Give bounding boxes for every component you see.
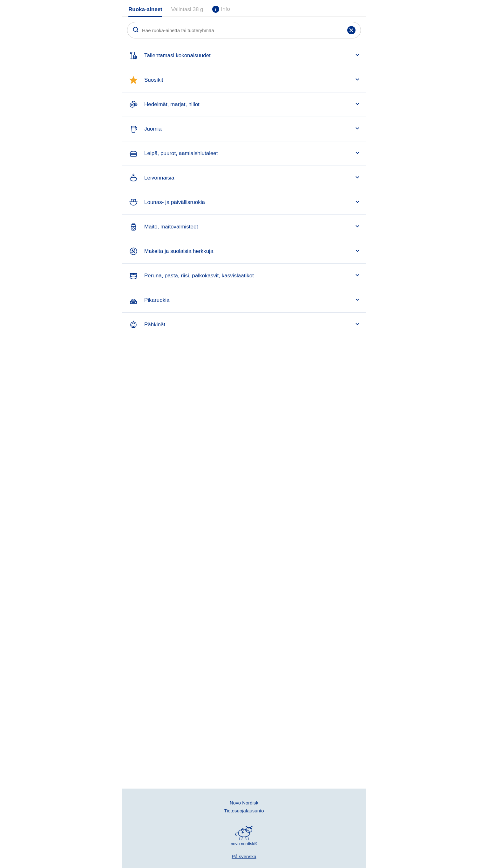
svg-point-35: [130, 276, 136, 279]
svg-line-48: [240, 836, 240, 839]
tab-bar: Ruoka-aineet Valintasi 38 g i Info: [122, 0, 366, 17]
category-item-pikaruokia[interactable]: Pikaruokia: [122, 288, 366, 313]
category-item-makeita[interactable]: Makeita ja suolaisia herkkuja: [122, 239, 366, 264]
search-box: [127, 22, 361, 38]
svg-point-34: [133, 251, 134, 252]
svg-point-15: [134, 103, 137, 106]
category-list: Tallentamasi kokonaisuudet Suosikit: [122, 43, 366, 788]
search-input[interactable]: [142, 28, 344, 33]
chevron-down-icon: [355, 101, 360, 108]
category-label-tallentamasi: Tallentamasi kokonaisuudet: [144, 53, 349, 59]
info-icon: i: [212, 6, 219, 13]
footer-privacy-link[interactable]: Tietosuojalausunto: [224, 808, 264, 813]
svg-line-50: [246, 837, 246, 839]
star-icon: [128, 74, 139, 86]
category-label-suosikit: Suosikit: [144, 77, 349, 83]
chevron-down-icon: [355, 297, 360, 304]
milk-icon: [128, 221, 139, 232]
footer-company-name: Novo Nordisk: [230, 800, 258, 805]
tab-info-label: Info: [221, 6, 230, 12]
category-label-lounas: Lounas- ja päivällisruokia: [144, 199, 349, 206]
category-item-leivonnaisia[interactable]: Leivonnaisia: [122, 166, 366, 190]
svg-point-33: [134, 252, 135, 253]
chevron-down-icon: [355, 223, 360, 231]
category-label-leivonnaisia: Leivonnaisia: [144, 175, 349, 181]
cookie-icon: [128, 246, 139, 257]
novo-nordisk-logo: novo nordisk®: [231, 821, 257, 846]
category-label-leipa: Leipä, puurot, aamiaishiutaleet: [144, 150, 349, 157]
search-container: [122, 17, 366, 43]
bread-icon: [128, 148, 139, 159]
tab-info[interactable]: i Info: [212, 6, 230, 17]
chevron-down-icon: [355, 248, 360, 255]
category-item-tallentamasi[interactable]: Tallentamasi kokonaisuudet: [122, 43, 366, 68]
category-item-peruna[interactable]: Peruna, pasta, riisi, palkokasvit, kasvi…: [122, 264, 366, 288]
svg-marker-11: [130, 76, 138, 84]
svg-point-53: [249, 828, 251, 829]
chevron-down-icon: [355, 321, 360, 329]
svg-line-49: [242, 837, 242, 839]
category-label-juomia: Juomia: [144, 126, 349, 132]
chevron-down-icon: [355, 199, 360, 206]
nuts-icon: [128, 319, 139, 331]
category-item-lounas[interactable]: Lounas- ja päivällisruokia: [122, 190, 366, 215]
search-icon: [132, 26, 139, 34]
chevron-down-icon: [355, 175, 360, 182]
chevron-down-icon: [355, 272, 360, 280]
svg-point-22: [133, 174, 134, 175]
category-label-hedelmat: Hedelmät, marjat, hillot: [144, 101, 349, 108]
svg-line-1: [137, 31, 138, 32]
chevron-down-icon: [355, 125, 360, 133]
tab-ruoka-aineet[interactable]: Ruoka-aineet: [128, 6, 162, 17]
fastfood-icon: [128, 294, 139, 306]
svg-point-30: [132, 250, 133, 251]
category-item-maito[interactable]: Maito, maitovalmisteet: [122, 215, 366, 239]
svg-point-16: [135, 103, 136, 105]
category-label-pahkinat: Pähkinät: [144, 321, 349, 328]
svg-point-54: [241, 829, 244, 831]
chevron-down-icon: [355, 150, 360, 157]
chevron-down-icon: [355, 76, 360, 84]
svg-line-51: [248, 836, 248, 839]
tab-valintasi[interactable]: Valintasi 38 g: [171, 6, 203, 17]
svg-point-12: [130, 103, 134, 107]
clear-search-button[interactable]: [347, 26, 356, 34]
category-item-suosikit[interactable]: Suosikit: [122, 68, 366, 92]
svg-point-13: [131, 104, 133, 106]
bowl-icon: [128, 197, 139, 208]
category-item-juomia[interactable]: Juomia: [122, 117, 366, 142]
fruit-icon: [128, 99, 139, 110]
pastry-icon: [128, 172, 139, 184]
footer-language-link[interactable]: På svenska: [232, 854, 256, 859]
category-item-pahkinat[interactable]: Pähkinät: [122, 313, 366, 337]
category-label-peruna: Peruna, pasta, riisi, palkokasvit, kasvi…: [144, 273, 349, 279]
chevron-down-icon: [355, 52, 360, 59]
svg-point-31: [134, 249, 135, 250]
category-item-leipa[interactable]: Leipä, puurot, aamiaishiutaleet: [122, 142, 366, 166]
category-label-maito: Maito, maitovalmisteet: [144, 224, 349, 230]
drink-icon: [128, 123, 139, 135]
category-label-makeita: Makeita ja suolaisia herkkuja: [144, 248, 349, 254]
category-label-pikaruokia: Pikaruokia: [144, 297, 349, 303]
svg-point-32: [131, 252, 132, 253]
category-item-hedelmat[interactable]: Hedelmät, marjat, hillot: [122, 92, 366, 117]
grains-icon: [128, 270, 139, 281]
footer: Novo Nordisk Tietosuojalausunto: [122, 788, 366, 868]
utensils-save-icon: [128, 50, 139, 61]
footer-logo-text: novo nordisk®: [231, 841, 257, 846]
